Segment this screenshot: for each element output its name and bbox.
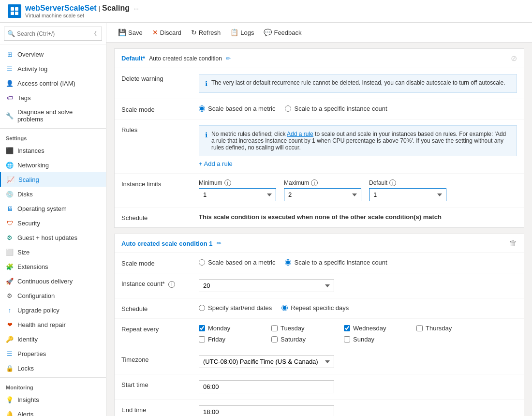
sidebar-item-operating-system[interactable]: 🖥 Operating system [0, 201, 106, 216]
sunday-checkbox-item[interactable]: Sunday [344, 336, 416, 343]
condition1-edit-icon[interactable]: ✏ [217, 240, 222, 247]
c1-scale-instance-option[interactable]: Scale to a specific instance count [285, 259, 387, 266]
default-info[interactable]: i [389, 179, 396, 186]
add-rule-link[interactable]: Add a rule [287, 131, 313, 137]
timezone-select[interactable]: (UTC-08:00) Pacific Time (US & Canada) [199, 355, 334, 368]
sunday-label: Sunday [353, 336, 374, 343]
delivery-icon: 🚀 [6, 277, 14, 285]
default-select[interactable]: 1 [369, 188, 446, 201]
scale-metric-radio[interactable] [199, 105, 205, 112]
sidebar-item-label: Continuous delivery [17, 278, 73, 285]
sidebar-item-scaling[interactable]: 📈 Scaling [0, 172, 106, 187]
c1-scale-metric-radio[interactable] [199, 259, 205, 266]
save-icon: 💾 [118, 29, 126, 36]
wednesday-checkbox[interactable] [344, 325, 350, 331]
repeat-days-radio[interactable] [281, 305, 288, 311]
delete-warning-row: Delete warning ℹ The very last or defaul… [115, 68, 524, 99]
thursday-checkbox-item[interactable]: Thursday [416, 325, 489, 332]
tuesday-checkbox-item[interactable]: Tuesday [271, 325, 344, 332]
sidebar-item-identity[interactable]: 🔑 Identity [0, 332, 106, 346]
settings-section-label: Settings [0, 131, 106, 143]
c1-scale-instance-radio[interactable] [285, 259, 291, 266]
minimum-select[interactable]: 1 [199, 188, 276, 201]
maximum-info[interactable]: i [311, 179, 318, 186]
friday-checkbox-item[interactable]: Friday [199, 336, 271, 343]
sidebar-item-label: Tags [17, 94, 30, 102]
collapse-button[interactable]: 《 [89, 29, 99, 38]
instances-icon: ⬛ [6, 147, 14, 154]
maximum-group: Maximum i 2 [284, 179, 361, 201]
search-input[interactable] [17, 30, 88, 37]
refresh-icon: ↻ [191, 29, 197, 36]
sidebar-item-tags[interactable]: 🏷 Tags [0, 90, 106, 105]
delete-warning-text: The very last or default recurrence rule… [211, 79, 505, 86]
minimum-info[interactable]: i [224, 179, 231, 186]
specify-dates-radio[interactable] [199, 305, 205, 311]
scale-instance-radio[interactable] [285, 105, 291, 112]
sidebar-item-networking[interactable]: 🌐 Networking [0, 158, 106, 172]
saturday-checkbox[interactable] [271, 336, 278, 342]
c1-scale-metric-option[interactable]: Scale based on a metric [199, 259, 275, 266]
repeat-days-option[interactable]: Repeat specific days [281, 304, 349, 312]
sidebar-item-alerts[interactable]: 🔔 Alerts [0, 407, 106, 416]
instance-count-info[interactable]: i [168, 281, 175, 288]
sidebar-item-instances[interactable]: ⬛ Instances [0, 143, 106, 158]
sidebar-item-security[interactable]: 🛡 Security [0, 216, 106, 230]
sidebar-item-configuration[interactable]: ⚙ Configuration [0, 288, 106, 303]
sidebar-item-size[interactable]: ⬜ Size [0, 245, 106, 259]
friday-checkbox[interactable] [199, 336, 205, 342]
monday-checkbox-item[interactable]: Monday [199, 325, 271, 332]
sidebar-item-insights[interactable]: 💡 Insights [0, 392, 106, 407]
discard-button[interactable]: ✕ Discard [148, 27, 185, 38]
feedback-button[interactable]: 💬 Feedback [260, 27, 305, 38]
sidebar-item-disks[interactable]: 💿 Disks [0, 187, 106, 201]
scale-instance-option[interactable]: Scale to a specific instance count [285, 105, 387, 112]
sidebar-item-upgrade-policy[interactable]: ↑ Upgrade policy [0, 303, 106, 317]
sidebar-item-diagnose[interactable]: 🔧 Diagnose and solve problems [0, 105, 106, 126]
scale-metric-option[interactable]: Scale based on a metric [199, 105, 275, 112]
sidebar-item-label: Insights [17, 396, 39, 403]
resource-icon [8, 4, 21, 18]
header-more[interactable]: ··· [133, 5, 139, 12]
sidebar-item-health-repair[interactable]: ❤ Health and repair [0, 317, 106, 332]
sidebar-item-guest-updates[interactable]: ⚙ Guest + host updates [0, 230, 106, 245]
monday-checkbox[interactable] [199, 325, 205, 331]
search-input-wrapper[interactable]: 🔍 《 [4, 27, 102, 41]
condition1-delete-icon[interactable]: 🗑 [509, 239, 517, 248]
logs-button[interactable]: 📋 Logs [226, 27, 258, 38]
toolbar: 💾 Save ✕ Discard ↻ Refresh 📋 Logs 💬 Feed… [106, 23, 532, 43]
sidebar-item-continuous-delivery[interactable]: 🚀 Continuous delivery [0, 274, 106, 288]
sidebar-item-overview[interactable]: ⊞ Overview [0, 47, 106, 61]
instance-count-select[interactable]: 20 [199, 279, 334, 292]
instance-count-label: Instance count* i [121, 279, 199, 288]
svg-rect-2 [11, 12, 14, 15]
info-icon: ℹ [205, 80, 207, 88]
sidebar-item-properties[interactable]: ☰ Properties [0, 346, 106, 361]
default-edit-icon[interactable]: ✏ [226, 55, 231, 62]
sidebar-item-extensions[interactable]: 🧩 Extensions [0, 259, 106, 274]
end-time-input[interactable] [199, 405, 334, 416]
sidebar-item-label: Overview [17, 51, 44, 58]
refresh-button[interactable]: ↻ Refresh [187, 27, 225, 38]
upgrade-icon: ↑ [6, 306, 14, 314]
scale-metric-label: Scale based on a metric [208, 105, 275, 112]
sidebar-item-locks[interactable]: 🔒 Locks [0, 361, 106, 375]
instance-count-row: Instance count* i 20 [115, 273, 524, 298]
page-title: Scaling [102, 4, 130, 13]
sidebar-item-activity-log[interactable]: ☰ Activity log [0, 61, 106, 76]
start-time-input[interactable] [199, 380, 334, 393]
saturday-checkbox-item[interactable]: Saturday [271, 336, 344, 343]
sunday-checkbox[interactable] [344, 336, 350, 342]
save-button[interactable]: 💾 Save [114, 27, 147, 38]
thursday-checkbox[interactable] [416, 325, 423, 331]
specify-dates-option[interactable]: Specify start/end dates [199, 304, 272, 312]
timezone-value: (UTC-08:00) Pacific Time (US & Canada) [199, 355, 517, 368]
add-a-rule-link[interactable]: + Add a rule [199, 160, 233, 167]
tuesday-checkbox[interactable] [271, 325, 278, 331]
maximum-select[interactable]: 2 [284, 188, 361, 201]
wednesday-checkbox-item[interactable]: Wednesday [344, 325, 416, 332]
feedback-label: Feedback [274, 29, 301, 36]
rules-info-text: No metric rules defined; click Add a rul… [211, 131, 511, 151]
rules-info-icon: ℹ [205, 131, 207, 139]
sidebar-item-access-control[interactable]: 👤 Access control (IAM) [0, 76, 106, 90]
